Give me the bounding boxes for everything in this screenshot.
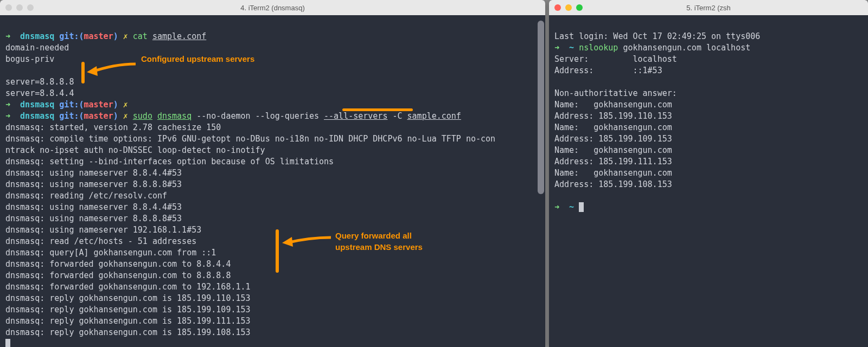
prompt-dir: dnsmasq xyxy=(20,31,54,41)
minimize-icon[interactable] xyxy=(565,4,572,11)
output-line: dnsmasq: reply gokhansengun.com is 185.1… xyxy=(5,316,251,326)
output-line: Name: gokhansengun.com xyxy=(554,145,672,155)
cmd-flag-all-servers: --all-servers xyxy=(324,111,387,121)
cmd-conf-file: sample.conf xyxy=(407,111,461,121)
terminal-window-zsh: 5. iTerm2 (zsh Last login: Wed Oct 17 02… xyxy=(549,0,868,347)
window-title: 5. iTerm2 (zsh xyxy=(554,4,863,12)
svg-marker-1 xyxy=(282,237,293,247)
prompt-arrow-icon: ➜ xyxy=(5,100,10,110)
output-line: dnsmasq: forwarded gokhansengun.com to 1… xyxy=(5,282,251,292)
prompt-dir: ~ xyxy=(569,202,574,212)
prompt-dir: dnsmasq xyxy=(20,111,54,121)
output-line: dnsmasq: setting --bind-interfaces optio… xyxy=(5,157,334,166)
traffic-lights xyxy=(5,4,34,11)
cursor-icon xyxy=(5,339,10,347)
cmd-args: --no-daemon --log-queries xyxy=(196,111,319,121)
output-line: dnsmasq: using nameserver 8.8.8.8#53 xyxy=(5,179,182,189)
cmd-cat: cat xyxy=(133,31,148,41)
traffic-lights xyxy=(554,4,583,11)
output-line: dnsmasq: forwarded gokhansengun.com to 8… xyxy=(5,271,231,280)
terminal-body-right[interactable]: Last login: Wed Oct 17 02:49:25 on ttys0… xyxy=(549,15,868,347)
cmd-arg-file: sample.conf xyxy=(152,31,206,41)
dirty-icon: ✗ xyxy=(123,100,128,110)
git-close: ) xyxy=(113,31,118,41)
git-open: git:( xyxy=(59,100,84,110)
output-line: dnsmasq: compile time options: IPv6 GNU-… xyxy=(5,134,495,144)
output-line: dnsmasq: using nameserver 8.8.4.4#53 xyxy=(5,168,182,178)
output-line: Name: gokhansengun.com xyxy=(554,168,672,178)
output-line: Address: 185.199.108.153 xyxy=(554,179,672,189)
output-line: Non-authoritative answer: xyxy=(554,88,677,98)
git-branch: master xyxy=(84,100,113,110)
window-title: 4. iTerm2 (dnsmasq) xyxy=(5,4,540,12)
conf-line: server=8.8.4.4 xyxy=(5,88,74,98)
git-close: ) xyxy=(113,111,118,121)
dirty-icon: ✗ xyxy=(123,111,128,121)
close-icon[interactable] xyxy=(554,4,561,11)
output-line: Name: gokhansengun.com xyxy=(554,100,672,110)
dirty-icon: ✗ xyxy=(123,31,128,41)
terminal-body-left[interactable]: ➜ dnsmasq git:(master) ✗ cat sample.conf… xyxy=(0,15,545,347)
prompt-arrow-icon: ➜ xyxy=(554,43,559,53)
annotation-bracket-icon xyxy=(81,62,85,83)
cursor-icon xyxy=(579,202,584,212)
output-line: Name: gokhansengun.com xyxy=(554,123,672,132)
git-open: git:( xyxy=(59,31,84,41)
titlebar-right[interactable]: 5. iTerm2 (zsh xyxy=(549,0,868,15)
output-line: Address: 185.199.109.153 xyxy=(554,134,672,144)
output-line: Server: localhost xyxy=(554,54,677,64)
terminal-window-dnsmasq: 4. iTerm2 (dnsmasq) ➜ dnsmasq git:(maste… xyxy=(0,0,545,347)
output-line: Address: ::1#53 xyxy=(554,66,662,75)
zoom-icon[interactable] xyxy=(27,4,34,11)
output-line: dnsmasq: using nameserver 192.168.1.1#53 xyxy=(5,225,201,235)
conf-line: domain-needed xyxy=(5,43,69,53)
conf-line: server=8.8.8.8 xyxy=(5,77,74,87)
output-line: dnsmasq: reply gokhansengun.com is 185.1… xyxy=(5,327,251,337)
output-line: dnsmasq: using nameserver 8.8.8.8#53 xyxy=(5,214,182,223)
git-branch: master xyxy=(84,31,113,41)
last-login-line: Last login: Wed Oct 17 02:49:25 on ttys0… xyxy=(554,31,760,41)
prompt-arrow-icon: ➜ xyxy=(5,111,10,121)
close-icon[interactable] xyxy=(5,4,12,11)
output-line: dnsmasq: started, version 2.78 cachesize… xyxy=(5,123,221,132)
output-line: Address: 185.199.111.153 xyxy=(554,157,672,166)
prompt-dir: ~ xyxy=(569,43,574,53)
git-open: git:( xyxy=(59,111,84,121)
git-branch: master xyxy=(84,111,113,121)
scrollbar-thumb[interactable] xyxy=(538,21,544,194)
prompt-dir: dnsmasq xyxy=(20,100,54,110)
output-line: dnsmasq: using nameserver 8.8.4.4#53 xyxy=(5,202,182,212)
annotation-label-forwarded: Query forwarded allupstream DNS servers xyxy=(335,230,423,253)
annotation-bracket-icon xyxy=(276,229,279,273)
output-line: dnsmasq: read /etc/hosts - 51 addresses xyxy=(5,236,196,246)
output-line: dnsmasq: query[A] gokhansengun.com from … xyxy=(5,248,216,258)
zoom-icon[interactable] xyxy=(576,4,583,11)
cmd-args: gokhansengun.com localhost xyxy=(623,43,750,53)
svg-marker-0 xyxy=(87,66,98,76)
cmd-args: -C xyxy=(392,111,402,121)
output-line: dnsmasq: reading /etc/resolv.conf xyxy=(5,191,167,201)
annotation-label-upstream: Configured upstream servers xyxy=(141,53,254,65)
annotation-arrow-icon xyxy=(87,59,138,80)
output-line: dnsmasq: forwarded gokhansengun.com to 8… xyxy=(5,259,231,269)
prompt-arrow-icon: ➜ xyxy=(5,31,10,41)
cmd-dnsmasq: dnsmasq xyxy=(157,111,192,121)
minimize-icon[interactable] xyxy=(16,4,23,11)
titlebar-left[interactable]: 4. iTerm2 (dnsmasq) xyxy=(0,0,545,15)
git-close: ) xyxy=(113,100,118,110)
cmd-sudo: sudo xyxy=(133,111,152,121)
annotation-arrow-icon xyxy=(282,231,334,253)
cmd-nslookup: nslookup xyxy=(579,43,618,53)
prompt-arrow-icon: ➜ xyxy=(554,202,559,212)
conf-line: bogus-priv xyxy=(5,54,54,64)
output-line: ntrack no-ipset auth no-DNSSEC loop-dete… xyxy=(5,145,265,155)
output-line: dnsmasq: reply gokhansengun.com is 185.1… xyxy=(5,305,251,314)
output-line: dnsmasq: reply gokhansengun.com is 185.1… xyxy=(5,293,251,303)
output-line: Address: 185.199.110.153 xyxy=(554,111,672,121)
